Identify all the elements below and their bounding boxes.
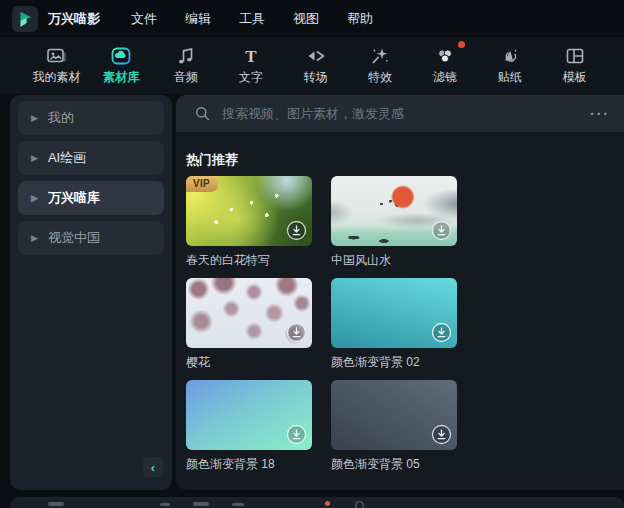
tab-label: 模板 — [563, 69, 587, 86]
sidebar-item-label: AI绘画 — [48, 149, 86, 167]
tab-label: 素材库 — [103, 69, 139, 86]
tab-label: 特效 — [368, 69, 392, 86]
download-icon[interactable] — [431, 424, 452, 445]
chevron-right-icon: ▶ — [31, 193, 38, 203]
download-icon[interactable] — [431, 220, 452, 241]
media-card-title: 樱花 — [186, 354, 331, 371]
sidebar-item-label: 视觉中国 — [48, 229, 100, 247]
filters-icon — [433, 44, 457, 68]
tab-label: 我的素材 — [32, 69, 80, 86]
download-icon[interactable] — [431, 322, 452, 343]
sidebar-item-label: 我的 — [48, 109, 74, 127]
filmora-logo-glyph — [14, 8, 36, 30]
download-icon[interactable] — [286, 220, 307, 241]
media-card-chinese-landscape[interactable] — [331, 176, 457, 246]
tab-label: 文字 — [239, 69, 263, 86]
media-card-gradient-02[interactable] — [331, 278, 457, 348]
more-options-button[interactable]: ··· — [590, 106, 610, 122]
media-card-title: 颜色渐变背景 02 — [331, 354, 476, 371]
media-card-gradient-05[interactable] — [331, 380, 457, 450]
menu-bar: 万兴喵影 文件 编辑 工具 视图 帮助 — [0, 0, 624, 37]
sidebar-item-vcg[interactable]: ▶ 视觉中国 — [18, 221, 164, 255]
chevron-right-icon: ▶ — [31, 233, 38, 243]
stock-library-icon — [109, 44, 133, 68]
media-card-title: 颜色渐变背景 05 — [331, 456, 476, 473]
toolbar-icon-fragment — [160, 503, 170, 506]
menu-help[interactable]: 帮助 — [333, 0, 387, 37]
download-icon[interactable] — [286, 424, 307, 445]
content-panel: ··· 热门推荐 VIP 春天的白花特写 中国风山水 樱 — [176, 95, 624, 490]
sidebar-item-label: 万兴喵库 — [48, 189, 100, 207]
notification-dot — [325, 501, 330, 506]
media-card-sakura[interactable] — [186, 278, 312, 348]
tab-effects[interactable]: 特效 — [348, 44, 413, 86]
audio-icon — [174, 44, 198, 68]
media-card-title: 春天的白花特写 — [186, 252, 331, 269]
sidebar-collapse-button[interactable]: ‹ — [143, 457, 163, 477]
toolbar-icon-fragment — [355, 501, 364, 508]
tab-label: 贴纸 — [498, 69, 522, 86]
transition-icon — [304, 44, 328, 68]
menu-edit[interactable]: 编辑 — [171, 0, 225, 37]
sidebar-item-mine[interactable]: ▶ 我的 — [18, 101, 164, 135]
menu-items: 文件 编辑 工具 视图 帮助 — [117, 0, 387, 37]
app-logo-icon[interactable] — [12, 6, 38, 32]
timeline-toolbar-partial — [10, 497, 624, 508]
svg-text:T: T — [245, 47, 257, 66]
effects-icon — [368, 44, 392, 68]
text-icon: T — [239, 44, 263, 68]
media-card-gradient-18[interactable] — [186, 380, 312, 450]
toolbar-icon-fragment — [193, 502, 209, 506]
template-icon — [563, 44, 587, 68]
menu-tools[interactable]: 工具 — [225, 0, 279, 37]
vip-badge: VIP — [186, 176, 218, 192]
search-bar: ··· — [176, 95, 624, 132]
chevron-right-icon: ▶ — [31, 113, 38, 123]
section-title: 热门推荐 — [186, 151, 238, 169]
download-icon[interactable] — [286, 322, 307, 343]
media-icon — [44, 44, 68, 68]
tab-label: 转场 — [304, 69, 328, 86]
tab-stickers[interactable]: 贴纸 — [477, 44, 542, 86]
tab-stock-library[interactable]: 素材库 — [89, 44, 154, 86]
tab-templates[interactable]: 模板 — [542, 44, 607, 86]
toolbar-icon-fragment — [48, 502, 64, 506]
chevron-left-icon: ‹ — [151, 460, 155, 475]
tab-filters[interactable]: 滤镜 — [413, 44, 478, 86]
app-window: 万兴喵影 文件 编辑 工具 视图 帮助 我的素材 — [0, 0, 624, 508]
search-input[interactable] — [222, 106, 590, 121]
menu-file[interactable]: 文件 — [117, 0, 171, 37]
tab-audio[interactable]: 音频 — [154, 44, 219, 86]
tab-transitions[interactable]: 转场 — [283, 44, 348, 86]
chevron-right-icon: ▶ — [31, 153, 38, 163]
sidebar-item-ai-painting[interactable]: ▶ AI绘画 — [18, 141, 164, 175]
tab-label: 滤镜 — [433, 69, 457, 86]
ribbon-toolbar: 我的素材 素材库 — [0, 37, 624, 94]
tab-label: 音频 — [174, 69, 198, 86]
notification-dot — [458, 41, 465, 48]
sidebar-item-wondershare-stock[interactable]: ▶ 万兴喵库 — [18, 181, 164, 215]
toolbar-icon-fragment — [232, 503, 244, 506]
menu-view[interactable]: 视图 — [279, 0, 333, 37]
ribbon-tabs: 我的素材 素材库 — [24, 44, 607, 86]
tab-text[interactable]: T 文字 — [218, 44, 283, 86]
app-title: 万兴喵影 — [48, 10, 100, 28]
sticker-icon — [498, 44, 522, 68]
media-card-spring-flowers[interactable]: VIP — [186, 176, 312, 246]
media-card-title: 颜色渐变背景 18 — [186, 456, 331, 473]
media-card-title: 中国风山水 — [331, 252, 476, 269]
library-sidebar: ▶ 我的 ▶ AI绘画 ▶ 万兴喵库 ▶ 视觉中国 ‹ — [10, 95, 172, 490]
search-icon — [194, 105, 211, 122]
tab-my-media[interactable]: 我的素材 — [24, 44, 89, 86]
